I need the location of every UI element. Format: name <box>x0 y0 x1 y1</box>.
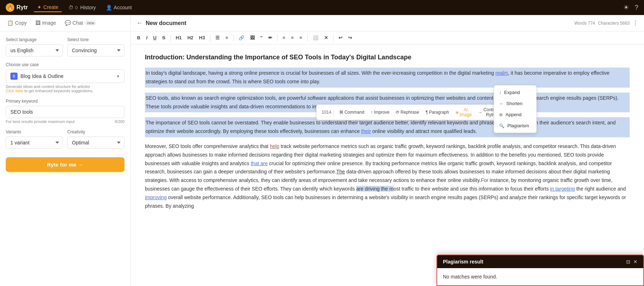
left-sidebar: 📋 Copy 🖼 Image 💬 Chat new Select languag… <box>0 15 131 286</box>
image-button[interactable]: 🖼 <box>248 34 257 42</box>
help-underline: help <box>270 143 279 149</box>
rephrase-button[interactable]: ⟳ Rephrase <box>393 109 421 116</box>
back-button[interactable]: ← <box>136 19 143 27</box>
undo-button[interactable]: ↩ <box>336 34 345 42</box>
link-button[interactable]: 🔗 <box>236 34 247 42</box>
nav-create-label: Create <box>43 4 58 10</box>
sidebar-tabs: 📋 Copy 🖼 Image 💬 Chat new <box>0 15 130 31</box>
nav-create[interactable]: ✦ Create <box>34 3 62 12</box>
logo-text: Rytr <box>16 4 28 11</box>
quote-button[interactable]: " <box>258 34 265 42</box>
language-label: Select language <box>6 37 63 42</box>
plagiarism-header: Plagiarism result ⊟ ✕ <box>437 255 643 268</box>
variants-label: Variants <box>6 129 63 134</box>
use-case-group: Choose use case B Blog Idea & Outline ▼ … <box>6 62 125 93</box>
shorten-label: Shorten <box>506 101 523 106</box>
plagiarism-body: No matches were found. <box>437 268 643 285</box>
list-unordered-button[interactable]: ☰ <box>213 34 222 42</box>
use-case-value: Blog Idea & Outline <box>20 73 64 79</box>
word-count: Words 774 <box>574 21 595 26</box>
plagiarism-label: Plagiarism <box>507 123 529 128</box>
their-link[interactable]: their <box>361 128 371 134</box>
append-item[interactable]: ⊕ Append <box>494 109 536 120</box>
highlight-button[interactable]: ✏ <box>266 34 274 42</box>
plagiarism-close-button[interactable]: ✕ <box>633 259 638 265</box>
realm-link[interactable]: realm <box>496 70 508 76</box>
keyword-count: 9/200 <box>114 119 125 124</box>
strikethrough-button[interactable]: S <box>160 34 167 42</box>
use-case-select[interactable]: B Blog Idea & Outline ▼ <box>6 69 125 83</box>
clear-button[interactable]: ✕ <box>322 34 330 42</box>
the-underline: The <box>336 169 345 174</box>
nav-right: ☀ ? <box>623 4 638 11</box>
toolbar-sep-2 <box>210 35 210 41</box>
plagiarism-panel: Plagiarism result ⊟ ✕ No matches were fo… <box>436 255 644 286</box>
nav-history-label: History <box>80 5 96 10</box>
tab-image[interactable]: 🖼 Image <box>31 17 60 29</box>
bold-button[interactable]: B <box>135 34 142 42</box>
improving-link[interactable]: improving <box>145 194 167 200</box>
plagiarism-item[interactable]: 🔍 Plagiarism <box>494 120 536 131</box>
append-label: Append <box>506 112 522 117</box>
rephrase-label: Rephrase <box>400 110 419 115</box>
use-case-hint: Generate ideas and content structure for… <box>6 84 125 93</box>
language-select[interactable]: us English <box>6 44 63 56</box>
align-center-button[interactable]: ≡ <box>289 34 296 42</box>
redo-button[interactable]: ↪ <box>346 34 354 42</box>
h1-button[interactable]: H1 <box>174 34 184 42</box>
plagiarism-message: No matches were found. <box>443 274 497 280</box>
logo[interactable]: 🔥 Rytr <box>6 3 28 12</box>
keyword-label: Primary keyword <box>6 99 125 104</box>
that-are-link[interactable]: that are <box>251 161 268 166</box>
nav-account[interactable]: 👤 Account <box>102 3 136 12</box>
tab-copy[interactable]: 📋 Copy <box>3 17 31 29</box>
creativity-select[interactable]: Optimal <box>67 137 125 149</box>
block-button[interactable]: ⬜ <box>311 34 321 42</box>
doc-title: New document <box>146 20 186 26</box>
ryte-button[interactable]: Ryte for me → <box>6 157 125 172</box>
tab-chat[interactable]: 💬 Chat new <box>60 17 101 29</box>
improve-button[interactable]: ↑ Improve <box>368 109 392 116</box>
image-tab-icon: 🖼 <box>35 20 40 26</box>
h2-button[interactable]: H2 <box>185 34 196 42</box>
account-icon: 👤 <box>106 5 112 10</box>
keyword-input[interactable] <box>6 106 125 118</box>
chat-tab-label: Chat <box>73 20 83 26</box>
keyword-group: Primary keyword For best results provide… <box>6 99 125 124</box>
ai-image-button[interactable]: ◈ AI Image <box>453 106 474 118</box>
theme-icon[interactable]: ☀ <box>623 4 629 11</box>
keyword-footer: For best results provide maximum input 9… <box>6 119 125 124</box>
selection-toolbar: 1014 ⌘ Command ↑ Improve ⟳ Rephrase ¶ Pa… <box>316 104 502 120</box>
command-button[interactable]: ⌘ Command <box>337 109 367 116</box>
variants-group: Variants 1 variant <box>6 129 63 149</box>
toolbar-sep-6 <box>333 35 333 41</box>
nav-history-badge: 0 <box>75 5 78 10</box>
nav-history[interactable]: ⏱ 0 History <box>65 3 99 12</box>
improve-icon: ↑ <box>371 110 373 115</box>
toolbar-sep-3 <box>233 35 234 41</box>
list-ordered-button[interactable]: ≡ <box>223 34 230 42</box>
paragraph-button[interactable]: ¶ Paragraph <box>423 109 452 116</box>
shorten-icon: ↔ <box>499 101 503 106</box>
variants-select[interactable]: 1 variant <box>6 137 63 149</box>
expand-item[interactable]: ↕ Expand <box>494 87 536 98</box>
top-nav: 🔥 Rytr ✦ Create ⏱ 0 History 👤 Account ☀ … <box>0 0 644 15</box>
hint-link[interactable]: Click here <box>6 89 23 93</box>
shorten-item[interactable]: ↔ Shorten <box>494 98 536 109</box>
hint-description: Generate ideas and content structure for… <box>6 84 90 89</box>
h3-button[interactable]: H3 <box>197 34 207 42</box>
align-right-button[interactable]: ≡ <box>297 34 304 42</box>
plagiarism-minimize-button[interactable]: ⊟ <box>626 259 630 265</box>
creativity-group: Creativity Optimal <box>67 129 125 149</box>
underline-button[interactable]: U <box>151 34 158 42</box>
keyword-hint: For best results provide maximum input <box>6 119 75 124</box>
doc-heading: Introduction: Understanding the Importan… <box>145 53 630 62</box>
more-icon[interactable]: ⋮ <box>633 20 638 26</box>
append-icon: ⊕ <box>499 112 503 117</box>
doc-header-right: Words 774 Characters 5663 ⋮ <box>574 20 638 26</box>
italic-button[interactable]: I <box>144 34 150 42</box>
help-icon[interactable]: ? <box>635 4 638 11</box>
align-left-button[interactable]: ≡ <box>280 34 288 42</box>
in-targeting-link[interactable]: in targeting <box>550 186 575 192</box>
tone-select[interactable]: Convincing <box>67 44 125 56</box>
